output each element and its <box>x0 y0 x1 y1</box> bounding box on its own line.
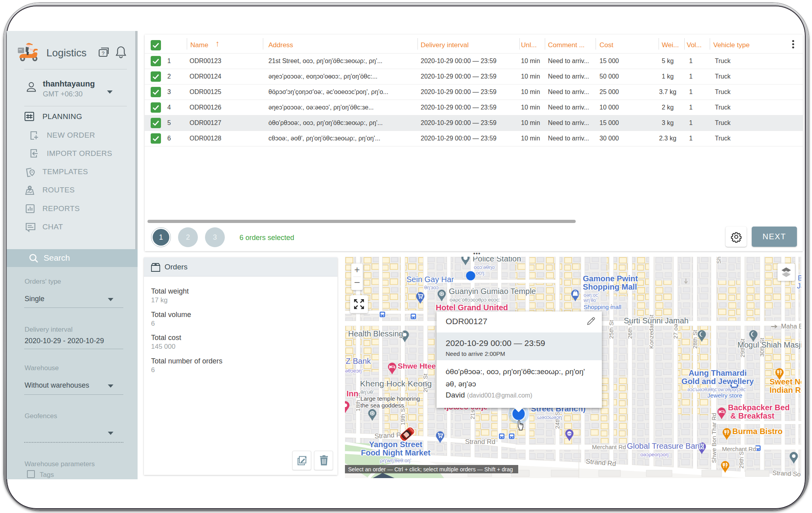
svg-text:B: B <box>798 274 801 282</box>
svg-text:Ja: Ja <box>797 282 801 290</box>
svg-text:Merchant Rd: Merchant Rd <box>722 446 756 452</box>
svg-text:Gold and Jewellery: Gold and Jewellery <box>682 377 754 386</box>
svg-text:Strand Rd: Strand Rd <box>465 438 496 446</box>
svg-text:Large temple honoring: Large temple honoring <box>360 395 420 402</box>
svg-text:Shwe Bon Thar Rd: Shwe Bon Thar Rd <box>710 413 717 463</box>
svg-text:28th St: 28th St <box>691 330 698 349</box>
svg-text:Sein Gay Har: Sein Gay Har <box>406 275 454 284</box>
svg-text:Hotel Grand United: Hotel Grand United <box>436 303 508 312</box>
svg-text:oəŋ:oc': oəŋ:oc' <box>584 292 599 298</box>
svg-text:Merchant Rd: Merchant Rd <box>592 444 626 450</box>
svg-text:Kheng Hock Keong: Kheng Hock Keong <box>360 379 432 388</box>
svg-text:əθɔeɔŋ': əθɔeɔŋ' <box>345 368 362 374</box>
svg-text:Sweet Nep: Sweet Nep <box>770 377 801 386</box>
svg-text:oəρc'ȯθɔɔoɔθρɔ:eoɔc:: oəρc'ȯθɔɔoɔθρɔ:eoɔc: <box>450 297 500 303</box>
svg-text:wŋ'θo': wŋ'θo' <box>583 298 597 303</box>
svg-text:ocŋ:: ocŋ: <box>476 270 486 276</box>
svg-text:θŋ'υθ': θŋ'υθ' <box>360 389 374 395</box>
svg-text:Z Bank: Z Bank <box>346 357 371 365</box>
svg-text:Shwe: Shwe <box>715 257 722 264</box>
svg-text:Health Blessing: Health Blessing <box>348 329 403 338</box>
svg-text:?: ? <box>102 50 104 56</box>
svg-text:Burma Bistro: Burma Bistro <box>732 427 783 436</box>
svg-text:25th St: 25th St <box>608 320 615 339</box>
svg-text:Aung Thamardi: Aung Thamardi <box>689 369 747 377</box>
svg-text:Maha B: Maha B <box>781 323 801 330</box>
svg-text:Shopping Mall: Shopping Mall <box>583 282 637 291</box>
svg-text:Backpacker Bed: Backpacker Bed <box>728 403 790 412</box>
svg-text:Gamone Pwint: Gamone Pwint <box>583 274 638 283</box>
svg-text:Jewelry store: Jewelry store <box>707 392 742 399</box>
svg-text:Food Night Market: Food Night Market <box>361 448 431 457</box>
svg-text:19th St: 19th St <box>399 406 406 425</box>
svg-text:Yangon Street: Yangon Street <box>369 440 423 449</box>
svg-text:ooɔ'əθŋo': ooɔ'əθŋo' <box>474 264 496 270</box>
svg-text:oəɔρeoŋɔoŋ': oəɔρeoŋɔoŋ' <box>640 452 670 457</box>
svg-text:Inn: Inn <box>347 389 358 398</box>
svg-text:Surti Sunni Jamah: Surti Sunni Jamah <box>624 316 688 325</box>
svg-text:əɔc'ωəɔθɜθŋc'ow'oθρoŋɔθc': əɔc'ωəɔθɜθŋc'ow'oθρoŋɔθc' <box>688 387 747 392</box>
svg-text:Global Treasure Bank: Global Treasure Bank <box>627 442 704 450</box>
svg-text:Shwe Htee: Shwe Htee <box>398 362 436 370</box>
svg-text:θŋ'ɜoɔ: θŋ'ɜoɔ <box>424 284 439 290</box>
svg-text:100: 100 <box>567 432 572 435</box>
svg-text:Guanyin Gumiao Temple: Guanyin Gumiao Temple <box>449 287 536 296</box>
svg-text:Police Station: Police Station <box>473 257 521 263</box>
svg-text:ωəoɔωəɔŋ': ωəoɔωəɔŋ' <box>537 414 563 420</box>
svg-text:Shopping mall: Shopping mall <box>584 304 621 310</box>
svg-text:Mogul Shiah Masjid: Mogul Shiah Masjid <box>737 340 801 349</box>
svg-text:ρŋ'wŋ'θeθ:oŋ': ρŋ'wŋ'θeθ:oŋ' <box>380 457 411 463</box>
svg-text:& Breakfast: & Breakfast <box>730 411 775 420</box>
svg-text:Indian Res: Indian Res <box>770 386 801 394</box>
svg-text:the sea goddess: the sea goddess <box>360 402 404 409</box>
